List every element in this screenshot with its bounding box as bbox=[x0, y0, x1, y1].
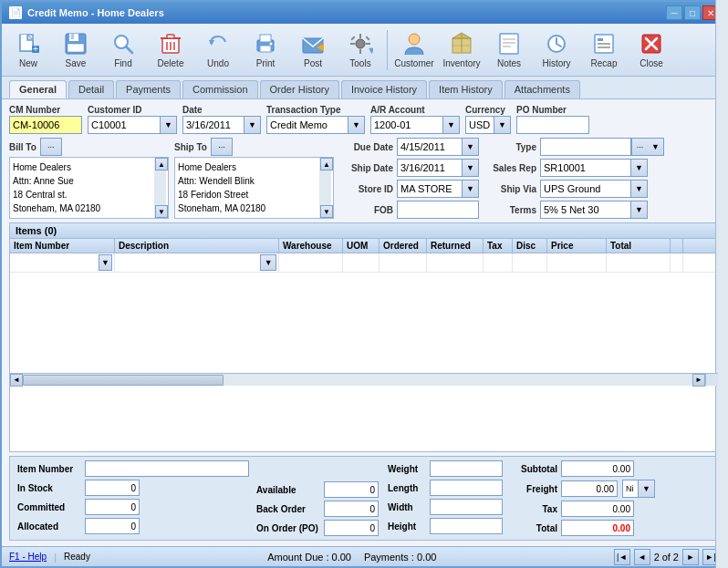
minimize-button[interactable]: ─ bbox=[666, 5, 682, 20]
type-btn1[interactable]: ··· bbox=[631, 138, 648, 156]
notes-button[interactable]: Notes bbox=[486, 27, 532, 73]
fob-input[interactable] bbox=[397, 201, 479, 219]
help-link[interactable]: F1 - Help bbox=[9, 552, 47, 562]
warehouse-row-input[interactable] bbox=[281, 254, 343, 271]
tab-attachments[interactable]: Attachments bbox=[504, 80, 580, 98]
length-label: Length bbox=[388, 483, 426, 493]
total-row-input[interactable] bbox=[608, 254, 671, 271]
disc-row-input[interactable] bbox=[515, 254, 547, 271]
tools-button[interactable]: ▼ Tools bbox=[338, 27, 383, 73]
tab-detail[interactable]: Detail bbox=[68, 80, 114, 98]
on-order-input[interactable] bbox=[324, 520, 379, 536]
store-id-input[interactable] bbox=[397, 180, 463, 198]
item-number-detail-label: Item Number bbox=[17, 464, 81, 474]
nav-next-btn[interactable]: ► bbox=[682, 549, 699, 565]
bill-to-scroll-up[interactable]: ▲ bbox=[155, 158, 168, 170]
transaction-type-dropdown[interactable]: ▼ bbox=[348, 116, 365, 134]
height-input[interactable] bbox=[430, 518, 503, 534]
currency-dropdown[interactable]: ▼ bbox=[494, 116, 511, 134]
customer-button[interactable]: Customer bbox=[391, 27, 437, 73]
freight-dropdown[interactable]: ▼ bbox=[639, 480, 655, 498]
width-input[interactable] bbox=[430, 499, 503, 515]
back-order-input[interactable] bbox=[324, 501, 379, 517]
ar-account-dropdown[interactable]: ▼ bbox=[443, 116, 460, 134]
ordered-row-input[interactable] bbox=[381, 254, 427, 271]
tab-payments[interactable]: Payments bbox=[116, 80, 181, 98]
customer-id-label: Customer ID bbox=[88, 105, 177, 115]
find-button[interactable]: Find bbox=[100, 27, 146, 73]
length-input[interactable] bbox=[430, 480, 503, 496]
due-date-dropdown[interactable]: ▼ bbox=[463, 138, 479, 156]
h-scrollbar[interactable]: ◄ ► bbox=[10, 373, 705, 386]
h-scroll-thumb[interactable] bbox=[23, 375, 224, 386]
due-date-input[interactable] bbox=[397, 138, 463, 156]
tab-order-history[interactable]: Order History bbox=[260, 80, 339, 98]
transaction-type-input[interactable] bbox=[266, 116, 348, 134]
po-number-input[interactable] bbox=[516, 116, 589, 134]
in-stock-input[interactable] bbox=[85, 480, 140, 496]
close-toolbar-button[interactable]: Close bbox=[629, 27, 674, 73]
ship-via-input[interactable] bbox=[540, 180, 631, 198]
tab-item-history[interactable]: Item History bbox=[429, 80, 503, 98]
recap-button[interactable]: Recap bbox=[581, 27, 627, 73]
subtotal-label: Subtotal bbox=[510, 464, 557, 474]
freight-suffix-input[interactable] bbox=[622, 480, 639, 498]
available-input[interactable] bbox=[324, 481, 379, 498]
tab-invoice-history[interactable]: Invoice History bbox=[341, 80, 427, 98]
bill-to-btn1[interactable]: ··· bbox=[40, 138, 62, 156]
bill-to-scroll-down[interactable]: ▼ bbox=[155, 205, 168, 218]
item-number-detail-input[interactable] bbox=[85, 460, 249, 477]
tax-row-input[interactable] bbox=[485, 254, 513, 271]
inventory-button[interactable]: Inventory bbox=[439, 27, 484, 73]
description-dropdown-btn[interactable]: ▼ bbox=[260, 254, 276, 271]
store-id-dropdown[interactable]: ▼ bbox=[463, 180, 479, 198]
sales-rep-input[interactable] bbox=[540, 159, 631, 177]
freight-input[interactable] bbox=[561, 480, 618, 497]
save-button[interactable]: Save bbox=[53, 27, 99, 73]
date-input[interactable] bbox=[182, 116, 244, 134]
ship-to-scroll-up[interactable]: ▲ bbox=[320, 158, 333, 170]
returned-row-input[interactable] bbox=[429, 254, 484, 271]
post-button[interactable]: Post bbox=[290, 27, 336, 73]
ship-via-dropdown[interactable]: ▼ bbox=[631, 180, 648, 198]
type-input[interactable] bbox=[540, 138, 631, 156]
cm-number-input[interactable]: CM-10006 bbox=[9, 116, 82, 134]
undo-button[interactable]: Undo bbox=[195, 27, 241, 73]
nav-first-btn[interactable]: |◄ bbox=[614, 549, 630, 565]
price-row-input[interactable] bbox=[549, 254, 607, 271]
ship-date-input[interactable] bbox=[397, 159, 463, 177]
customer-id-group: Customer ID ▼ bbox=[88, 105, 177, 134]
tab-commission[interactable]: Commission bbox=[182, 80, 258, 98]
terms-input[interactable] bbox=[540, 201, 631, 219]
history-button[interactable]: History bbox=[534, 27, 579, 73]
date-dropdown[interactable]: ▼ bbox=[244, 116, 261, 134]
description-row-input[interactable] bbox=[117, 254, 260, 271]
print-button[interactable]: Print bbox=[243, 27, 288, 73]
ship-date-dropdown[interactable]: ▼ bbox=[463, 159, 479, 177]
scroll-left-btn[interactable]: ◄ bbox=[10, 374, 23, 387]
customer-id-input[interactable] bbox=[88, 116, 161, 134]
allocated-input[interactable] bbox=[85, 518, 140, 534]
nav-prev-btn[interactable]: ◄ bbox=[634, 549, 650, 565]
item-number-dropdown-btn[interactable]: ▼ bbox=[99, 254, 112, 271]
tab-general[interactable]: General bbox=[9, 80, 67, 98]
type-dropdown[interactable]: ▼ bbox=[648, 138, 664, 156]
maximize-button[interactable]: □ bbox=[684, 5, 701, 20]
item-number-row-input[interactable] bbox=[12, 254, 99, 271]
ship-to-btn1[interactable]: ··· bbox=[211, 138, 233, 156]
table-scrollbar-area: ◄ ► bbox=[10, 373, 718, 386]
committed-input[interactable] bbox=[85, 499, 140, 515]
close-toolbar-label: Close bbox=[640, 58, 663, 68]
sales-rep-dropdown[interactable]: ▼ bbox=[631, 159, 648, 177]
weight-input[interactable] bbox=[430, 460, 503, 477]
ar-account-input[interactable] bbox=[370, 116, 443, 134]
delete-button[interactable]: Delete bbox=[148, 27, 193, 73]
customer-id-dropdown[interactable]: ▼ bbox=[161, 116, 177, 134]
new-button[interactable]: + New bbox=[5, 27, 51, 73]
bottom-panel: Item Number In Stock Committed Allocated bbox=[9, 456, 719, 541]
currency-input[interactable] bbox=[465, 116, 494, 134]
terms-dropdown[interactable]: ▼ bbox=[631, 201, 648, 219]
uom-row-input[interactable] bbox=[345, 254, 380, 271]
ship-to-scroll-down[interactable]: ▼ bbox=[320, 205, 333, 218]
scroll-right-btn[interactable]: ► bbox=[692, 374, 705, 387]
